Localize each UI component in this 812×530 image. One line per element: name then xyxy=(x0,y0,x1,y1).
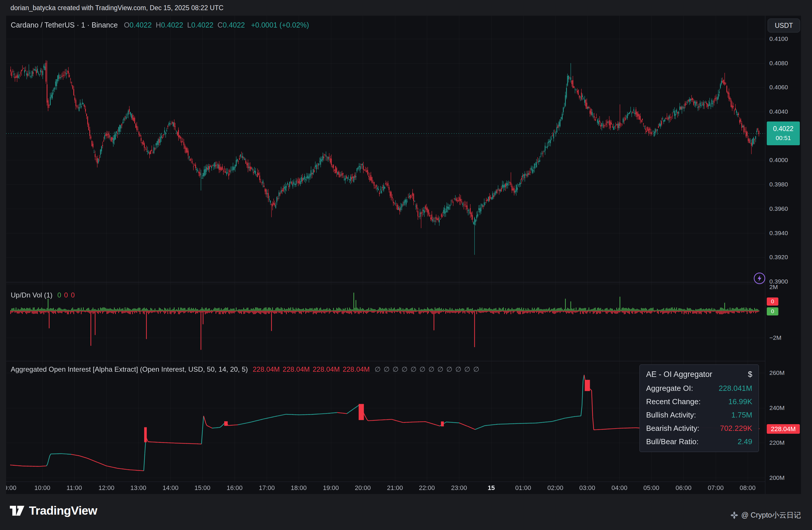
open-interest-empty-value: ∅ xyxy=(473,365,479,373)
oi-panel-rows: Aggregate OI:228.041MRecent Change:16.99… xyxy=(646,382,752,448)
volume-scale-label: 2M xyxy=(769,283,778,291)
updn-volume-legend[interactable]: Up/Dn Vol (1) 000 xyxy=(11,291,75,299)
currency-toggle-button[interactable]: USDT xyxy=(768,18,800,32)
time-scale-label: 16:00 xyxy=(227,484,243,492)
time-scale-label: 18:00 xyxy=(291,484,306,492)
flash-publish-icon[interactable] xyxy=(753,272,766,284)
open-interest-empty-value: ∅ xyxy=(384,365,390,373)
updn-volume-value: 0 xyxy=(57,291,61,299)
oi-panel-row-value: 228.041M xyxy=(719,382,752,395)
oi-aggregator-panel: AE - OI Aggregator $ Aggregate OI:228.04… xyxy=(639,365,759,452)
volume-scale-label: −2M xyxy=(769,334,781,341)
time-scale-label: 01:00 xyxy=(515,484,531,492)
open-interest-empty-value: ∅ xyxy=(419,365,425,373)
time-scale-label: 13:00 xyxy=(130,484,146,492)
time-scale-label: 9:00 xyxy=(6,484,16,492)
ohlc-value: 0.4022 xyxy=(191,21,214,29)
attribution-bar: dorian_batycka created with TradingView.… xyxy=(0,0,812,16)
time-scale-label: 07:00 xyxy=(708,484,724,492)
price-scale-label: 0.4100 xyxy=(769,35,788,42)
oi-panel-row-label: Recent Change: xyxy=(646,395,701,408)
open-interest-empty-value: ∅ xyxy=(428,365,434,373)
open-interest-values: 228.04M228.04M228.04M228.04M xyxy=(250,365,370,373)
time-scale-label: 11:00 xyxy=(67,484,82,492)
oi-panel-row-value: 2.49 xyxy=(738,435,752,448)
price-scale-label: 0.4000 xyxy=(769,157,788,163)
open-interest-empty-value: ∅ xyxy=(464,365,470,373)
attribution-text: dorian_batycka created with TradingView.… xyxy=(11,4,223,12)
symbol-title: Cardano / TetherUS · 1 · Binance xyxy=(11,21,118,29)
time-scale-label: 15 xyxy=(488,484,495,492)
oi-panel-row-label: Bullish Activity: xyxy=(646,408,696,422)
ohlc-value: 0.4022 xyxy=(130,21,152,29)
price-scale-label: 0.3960 xyxy=(769,205,788,212)
oi-panel-row: Aggregate OI:228.041M xyxy=(646,382,752,395)
time-scale-label: 20:00 xyxy=(355,484,371,492)
updn-volume-value: 0 xyxy=(64,291,68,299)
open-interest-value: 228.04M xyxy=(283,365,310,373)
open-interest-empty-value: ∅ xyxy=(455,365,461,373)
oi-panel-row-value: 702.229K xyxy=(720,422,752,435)
time-scale-label: 21:00 xyxy=(387,484,403,492)
time-scale-label: 17:00 xyxy=(259,484,275,492)
watermark-text: @ Crypto小云日记 xyxy=(741,510,801,520)
price-scale-label: 0.3920 xyxy=(769,254,788,261)
oi-panel-row: Bull/Bear Ratio:2.49 xyxy=(646,435,752,448)
open-interest-empty-value: ∅ xyxy=(401,365,407,373)
price-scale-label: 0.3940 xyxy=(769,230,788,237)
updn-volume-value: 0 xyxy=(71,291,74,299)
volume-zero-badge: 0 xyxy=(767,307,778,315)
updn-volume-values: 000 xyxy=(55,291,75,299)
oi-panel-row: Recent Change:16.99K xyxy=(646,395,752,408)
time-scale-label: 03:00 xyxy=(579,484,595,492)
time-scale-label: 15:00 xyxy=(194,484,210,492)
open-interest-badge: 228.04M xyxy=(767,424,800,434)
price-scale-label: 0.4040 xyxy=(769,108,788,115)
oi-panel-title: AE - OI Aggregator xyxy=(646,367,712,382)
tradingview-logo-icon xyxy=(10,506,24,516)
time-scale-label: 19:00 xyxy=(323,484,339,492)
price-scale-separator xyxy=(765,16,765,494)
price-scale-label: 0.4060 xyxy=(769,84,788,91)
volume-zero-badge: 0 xyxy=(767,297,778,306)
last-price-badge: 0.4022 00:51 xyxy=(767,121,800,145)
change-value: +0.0001 (+0.02%) xyxy=(251,21,309,29)
oi-panel-currency: $ xyxy=(748,367,752,382)
oi-panel-row: Bearish Activity:702.229K xyxy=(646,422,752,435)
open-interest-empty-value: ∅ xyxy=(446,365,452,373)
page: { "attribution": "dorian_batycka created… xyxy=(0,0,812,530)
tradingview-wordmark: TradingView xyxy=(29,504,97,517)
ohlc-value: 0.4022 xyxy=(223,21,245,29)
time-scale-label: 02:00 xyxy=(547,484,563,492)
main-symbol-legend[interactable]: Cardano / TetherUS · 1 · Binance O0.4022… xyxy=(11,21,309,29)
open-interest-empty-value: ∅ xyxy=(375,365,381,373)
oi-scale-label: 260M xyxy=(769,369,785,376)
open-interest-title: Aggregated Open Interest [Alpha Extract]… xyxy=(11,365,248,373)
open-interest-legend[interactable]: Aggregated Open Interest [Alpha Extract]… xyxy=(11,365,479,373)
ohlc-letter: O xyxy=(124,21,129,29)
footer-bar: TradingView @ Crypto小云日记 xyxy=(0,494,812,530)
oi-scale-label: 200M xyxy=(769,474,785,481)
time-scale-label: 23:00 xyxy=(451,484,467,492)
ohlc-values: O0.4022H0.4022L0.4022C0.4022 xyxy=(120,21,245,29)
oi-scale-label: 220M xyxy=(769,439,785,446)
oi-panel-row: Bullish Activity:1.75M xyxy=(646,408,752,422)
time-scale-label: 06:00 xyxy=(676,484,691,492)
tradingview-brand[interactable]: TradingView xyxy=(10,504,97,517)
price-scale-label: 0.4080 xyxy=(769,60,788,67)
time-scale-label: 22:00 xyxy=(419,484,435,492)
oi-panel-row-label: Aggregate OI: xyxy=(646,382,693,395)
time-scale-label: 10:00 xyxy=(34,484,50,492)
last-price-value: 0.4022 xyxy=(767,124,800,134)
oi-panel-row-value: 1.75M xyxy=(731,408,752,422)
open-interest-value: 228.04M xyxy=(252,365,279,373)
open-interest-value: 228.04M xyxy=(313,365,339,373)
oi-panel-row-label: Bull/Bear Ratio: xyxy=(646,435,699,448)
oi-panel-row-value: 16.99K xyxy=(728,395,752,408)
open-interest-value: 228.04M xyxy=(343,365,370,373)
open-interest-empty-value: ∅ xyxy=(437,365,444,373)
open-interest-empty-value: ∅ xyxy=(393,365,399,373)
ohlc-value: 0.4022 xyxy=(161,21,183,29)
time-scale-label: 08:00 xyxy=(740,484,755,492)
oi-scale-label: 240M xyxy=(769,404,785,411)
